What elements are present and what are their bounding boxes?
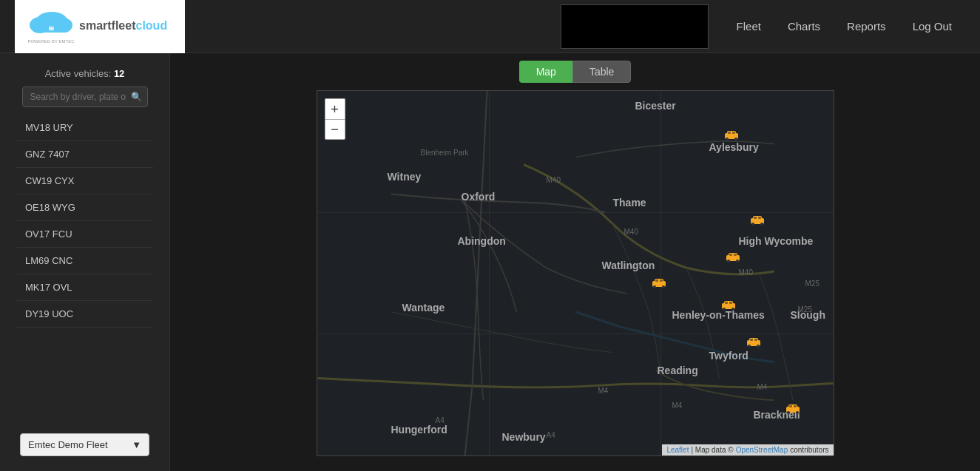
svg-rect-50 — [789, 405, 792, 407]
header: ≋ POWERED BY EMTEC smartfleetcloud Fleet… — [0, 0, 980, 53]
map-toggle-table[interactable]: Table — [572, 61, 631, 83]
map-label: M4 — [757, 383, 768, 391]
svg-rect-15 — [734, 254, 737, 256]
map-area: Map Table — [170, 53, 980, 471]
svg-point-36 — [751, 223, 754, 226]
fleet-dropdown-wrap: Emtec Demo Fleet ▼ — [20, 433, 149, 456]
svg-point-24 — [653, 285, 656, 288]
chevron-down-icon: ▼ — [132, 439, 141, 450]
car-icon — [749, 215, 766, 226]
map-label: Reading — [658, 365, 698, 376]
vehicle-marker[interactable] — [651, 277, 667, 289]
car-icon — [720, 300, 737, 311]
svg-point-19 — [731, 308, 734, 311]
nav-logout[interactable]: Log Out — [899, 0, 965, 53]
vehicle-list: MV18 URYGNZ 7407CW19 CYXOE18 WYGOV17 FCU… — [16, 115, 153, 424]
map-label: M40 — [739, 268, 753, 277]
map-label: Newbury — [502, 431, 546, 443]
logo-icon: ≋ POWERED BY EMTEC — [24, 6, 79, 47]
nav-fleet[interactable]: Fleet — [723, 0, 774, 53]
svg-point-31 — [757, 345, 760, 348]
search-box[interactable]: 🔍 — [22, 87, 148, 107]
map-label: Aylesbury — [709, 141, 759, 153]
map-label: Blenheim Park — [421, 149, 469, 157]
vehicle-marker[interactable] — [720, 299, 737, 311]
map-label: M25 — [805, 279, 820, 288]
video-placeholder — [561, 4, 709, 49]
map-label: M40 — [624, 228, 638, 236]
svg-point-48 — [787, 411, 790, 414]
zoom-in-button[interactable]: + — [325, 98, 345, 119]
map-label: Bicester — [635, 100, 676, 112]
map-toggle-map[interactable]: Map — [519, 61, 572, 83]
map-label: Hungerford — [391, 424, 447, 436]
svg-point-12 — [727, 260, 730, 262]
main-content: Active vehicles: 12 🔍 MV18 URYGNZ 7407CW… — [0, 53, 980, 471]
vehicle-marker[interactable] — [725, 251, 741, 263]
svg-text:≋: ≋ — [48, 24, 54, 33]
active-vehicles-count: 12 — [114, 68, 124, 79]
svg-rect-26 — [655, 279, 658, 282]
svg-rect-21 — [729, 302, 732, 304]
vehicle-list-item[interactable]: CW19 CYX — [16, 168, 153, 194]
svg-point-13 — [736, 260, 739, 262]
map-label: Twyford — [709, 350, 748, 362]
nav-charts[interactable]: Charts — [774, 0, 834, 53]
map-label: Wantage — [402, 302, 445, 314]
map-label: M40 — [547, 176, 561, 184]
map-label: M25 — [798, 305, 812, 314]
vehicle-marker[interactable] — [749, 214, 766, 226]
car-icon — [725, 252, 741, 262]
vehicle-marker[interactable] — [746, 336, 762, 348]
vehicle-marker[interactable] — [785, 403, 801, 415]
map-label: Henley-on-Thames — [672, 309, 765, 321]
map-label: Watlington — [602, 260, 655, 271]
vehicle-list-item[interactable]: DY19 UOC — [16, 301, 153, 328]
search-icon: 🔍 — [131, 92, 142, 102]
svg-rect-39 — [758, 217, 761, 219]
svg-text:POWERED BY EMTEC: POWERED BY EMTEC — [27, 39, 75, 44]
map-label: High Wycombe — [739, 235, 814, 247]
svg-rect-27 — [660, 279, 663, 282]
fleet-dropdown-label: Emtec Demo Fleet — [28, 439, 108, 450]
vehicle-list-item[interactable]: OV17 FCU — [16, 221, 153, 248]
svg-rect-33 — [754, 339, 757, 341]
map-container: BicesterOxfordAylesburyThameHigh Wycombe… — [317, 90, 834, 456]
svg-rect-51 — [794, 405, 797, 407]
svg-point-25 — [662, 285, 665, 288]
map-label: A4 — [547, 431, 555, 439]
fleet-dropdown[interactable]: Emtec Demo Fleet ▼ — [20, 433, 149, 456]
search-input[interactable] — [30, 92, 126, 102]
car-icon — [785, 404, 801, 414]
map-label: A4 — [436, 416, 445, 424]
contributors-text: contributors — [790, 446, 828, 454]
svg-rect-44 — [728, 132, 731, 134]
vehicle-list-item[interactable]: MK17 OVL — [16, 274, 153, 301]
vehicle-list-item[interactable]: MV18 URY — [16, 115, 153, 141]
leaflet-link[interactable]: Leaflet — [666, 446, 689, 454]
map-attribution: Leaflet | Map data © OpenStreetMap contr… — [662, 444, 833, 455]
vehicle-list-item[interactable]: GNZ 7407 — [16, 141, 153, 168]
car-icon — [746, 337, 762, 348]
svg-point-49 — [796, 411, 799, 414]
vehicle-list-item[interactable]: OE18 WYG — [16, 194, 153, 221]
svg-point-18 — [723, 308, 726, 311]
svg-rect-45 — [732, 132, 735, 134]
nav-reports[interactable]: Reports — [834, 0, 899, 53]
map-data-text: | Map data © — [691, 446, 733, 454]
map-label: M4 — [598, 387, 609, 395]
map-label: M4 — [672, 401, 683, 410]
vehicle-marker[interactable] — [723, 129, 740, 141]
osm-link[interactable]: OpenStreetMap — [736, 446, 788, 454]
svg-rect-38 — [754, 217, 757, 219]
vehicle-list-item[interactable]: LM69 CNC — [16, 248, 153, 274]
svg-point-43 — [734, 138, 737, 140]
svg-point-30 — [748, 345, 751, 348]
map-label: Thame — [613, 197, 646, 209]
svg-rect-14 — [729, 254, 732, 256]
map-label: Witney — [388, 171, 422, 183]
car-icon — [651, 278, 667, 288]
nav-links: Fleet Charts Reports Log Out — [723, 0, 965, 53]
zoom-out-button[interactable]: − — [325, 119, 345, 140]
zoom-controls: + − — [325, 98, 345, 140]
